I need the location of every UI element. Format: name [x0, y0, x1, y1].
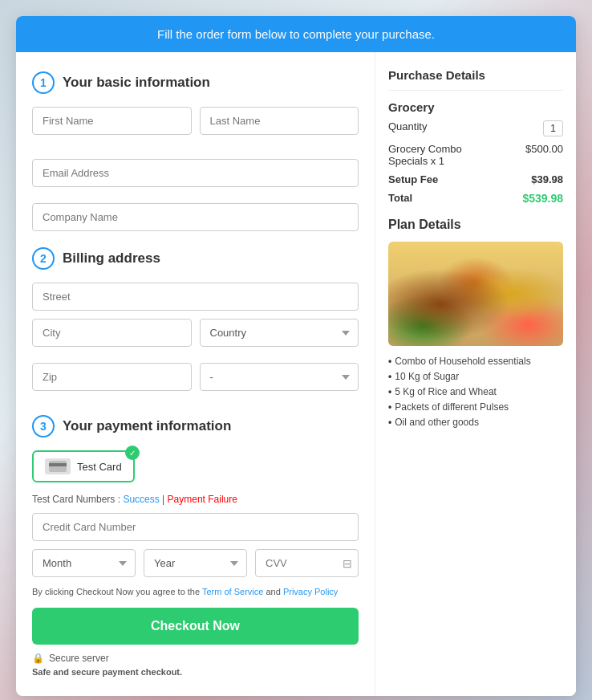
right-panel: Purchase Details Grocery Quantity 1 Groc…	[375, 52, 576, 696]
cc-input[interactable]	[32, 513, 359, 541]
company-group	[32, 203, 359, 231]
product-name: Grocery	[388, 100, 563, 114]
plan-feature-item: Packets of different Pulses	[388, 401, 563, 413]
section3-title: Your payment information	[63, 418, 231, 434]
setup-fee-row: Setup Fee $39.98	[388, 173, 563, 185]
secure-row: 🔒 Secure server	[32, 653, 359, 664]
setup-fee-label: Setup Fee	[388, 173, 438, 185]
combo-label: Grocery Combo Specials x 1	[388, 143, 485, 167]
card-label: Test Card	[77, 461, 122, 473]
grocery-img-bg	[388, 242, 563, 346]
section1-number: 1	[32, 71, 55, 94]
section2-title: Billing address	[63, 250, 160, 267]
left-panel: 1 Your basic information 2 Billin	[16, 52, 375, 696]
safe-text: Safe and secure payment checkout.	[32, 667, 359, 677]
privacy-link[interactable]: Privacy Policy	[283, 587, 338, 596]
tos-link[interactable]: Term of Service	[202, 587, 263, 596]
zip-state-row: -	[32, 363, 359, 399]
year-select[interactable]: Year	[144, 549, 247, 577]
plan-feature-item: 10 Kg of Sugar	[388, 371, 563, 382]
cvv-row: Month Year ⊟	[32, 549, 359, 577]
failure-link[interactable]: Payment Failure	[168, 494, 237, 505]
month-select[interactable]: Month	[32, 549, 136, 577]
total-label: Total	[388, 192, 412, 204]
name-row	[32, 107, 359, 143]
svg-rect-1	[49, 463, 67, 466]
cvv-icon: ⊟	[343, 557, 352, 570]
zip-group	[32, 363, 192, 391]
plan-details-title: Plan Details	[388, 218, 563, 232]
purchase-details-title: Purchase Details	[388, 68, 563, 91]
quantity-label: Quantity	[388, 120, 427, 132]
city-country-row: Country	[32, 319, 359, 355]
banner-text: Fill the order form below to complete yo…	[157, 27, 435, 41]
year-group: Year	[144, 549, 247, 577]
last-name-group	[200, 107, 359, 135]
test-card-info: Test Card Numbers : Success | Payment Fa…	[32, 494, 359, 505]
email-group	[32, 159, 359, 187]
test-card-prefix: Test Card Numbers :	[32, 494, 123, 505]
checkout-card: Fill the order form below to complete yo…	[16, 16, 576, 696]
section2-number: 2	[32, 247, 55, 270]
combo-row: Grocery Combo Specials x 1 $500.00	[388, 143, 563, 167]
last-name-input[interactable]	[200, 107, 359, 135]
city-group	[32, 319, 192, 347]
combo-price: $500.00	[525, 143, 563, 155]
street-group	[32, 283, 359, 311]
plan-features: Combo of Household essentials10 Kg of Su…	[388, 356, 563, 428]
month-group: Month	[32, 549, 136, 577]
state-select[interactable]: -	[200, 363, 359, 391]
total-row: Total $539.98	[388, 192, 563, 205]
terms-text: By clicking Checkout Now you agree to th…	[32, 587, 359, 596]
plan-feature-item: Combo of Household essentials	[388, 356, 563, 367]
section1-header: 1 Your basic information	[32, 71, 359, 94]
country-group: Country	[200, 319, 359, 347]
company-input[interactable]	[32, 203, 359, 231]
cvv-wrap: ⊟	[255, 549, 359, 577]
checkout-button[interactable]: Checkout Now	[32, 608, 359, 645]
street-input[interactable]	[32, 283, 359, 311]
section1-title: Your basic information	[63, 75, 210, 91]
terms-prefix: By clicking Checkout Now you agree to th…	[32, 587, 202, 596]
total-value: $539.98	[522, 192, 563, 205]
lock-icon: 🔒	[32, 653, 44, 664]
first-name-group	[32, 107, 192, 135]
section2-header: 2 Billing address	[32, 247, 359, 270]
section3-header: 3 Your payment information	[32, 415, 359, 438]
first-name-input[interactable]	[32, 107, 192, 135]
terms-middle: and	[266, 587, 282, 596]
email-input[interactable]	[32, 159, 359, 187]
state-group: -	[200, 363, 359, 391]
secure-label: Secure server	[49, 653, 109, 664]
setup-fee-value: $39.98	[531, 173, 563, 185]
city-input[interactable]	[32, 319, 192, 347]
card-icon	[45, 458, 71, 474]
top-banner: Fill the order form below to complete yo…	[16, 16, 576, 52]
plan-feature-item: 5 Kg of Rice and Wheat	[388, 386, 563, 397]
country-select[interactable]: Country	[200, 319, 359, 347]
grocery-image	[388, 242, 563, 346]
section3-number: 3	[32, 415, 55, 438]
plan-feature-item: Oil and other goods	[388, 417, 563, 428]
checkmark-badge: ✓	[125, 446, 140, 460]
quantity-row: Quantity 1	[388, 120, 563, 136]
success-link[interactable]: Success	[123, 494, 159, 505]
main-content: 1 Your basic information 2 Billin	[16, 52, 576, 696]
zip-input[interactable]	[32, 363, 192, 391]
cc-group	[32, 513, 359, 541]
quantity-value: 1	[543, 120, 563, 136]
card-option[interactable]: Test Card ✓	[32, 450, 135, 482]
